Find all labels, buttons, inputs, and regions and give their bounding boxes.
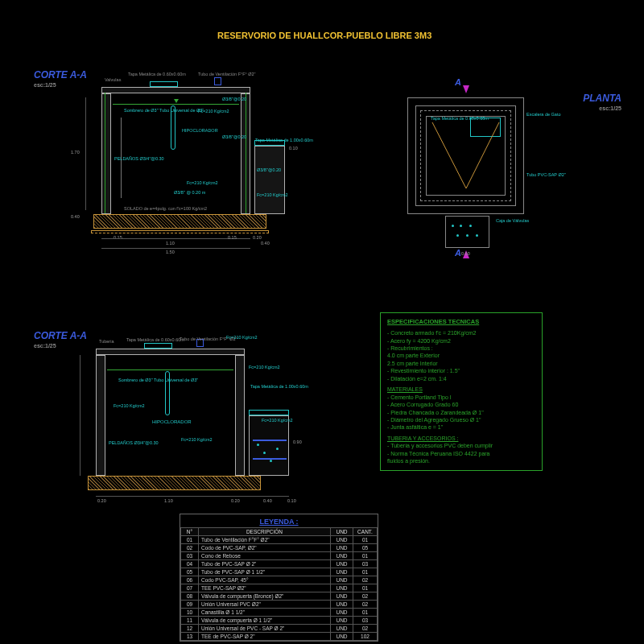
table-cell: 02 [181, 544, 199, 552]
spec-line-b2: - Piedra Chancada o Zarandeada Ø 1" [387, 409, 535, 416]
c2-tapab: Tapa Metálica de 1.00x0.60m [250, 384, 308, 389]
spec-line-a3: 4.0 cm parte Exterior [387, 352, 535, 359]
table-cell: UND [331, 592, 353, 601]
c2-fc-a: Fc=210 Kg/cm2 [226, 335, 258, 340]
c2-roof [96, 349, 245, 355]
dim-0-20: 0.20 [253, 235, 262, 240]
table-cell: UND [331, 617, 353, 625]
table-cell: UND [331, 625, 353, 633]
ann-rebA: Ø3/8"@0.20 [222, 97, 246, 101]
valve-box [254, 146, 285, 214]
table-cell: UND [331, 552, 353, 560]
table-cell: 05 [353, 544, 378, 552]
c2-dimE: 0.10 [287, 498, 296, 503]
table-cell: Unión Universal PVC Ø2" [199, 601, 331, 609]
c2-d2 [263, 452, 266, 454]
table-cell: 11 [181, 617, 199, 625]
svg-line-0 [432, 122, 466, 188]
dim-1-70: 1.70 [71, 150, 80, 155]
ann-rebB: Ø3/8"@0.20 [222, 134, 246, 139]
c2-pipe2 [253, 458, 287, 460]
c2-fc-d: Fc=210 Kg/cm2 [181, 437, 213, 442]
dim-0-15l: 0.15 [114, 235, 122, 240]
table-cell: UND [331, 568, 353, 576]
sectA-top: A [455, 77, 461, 87]
roof-slab [101, 87, 250, 93]
c2-tapa-lbl: Tapa Metálica de 0.60x0.60m [126, 337, 184, 342]
dim-0-15r: 0.15 [228, 235, 237, 240]
legend-box: LEYENDA : N° DESCRIPCIÓN UND CANT. 01Tub… [180, 514, 378, 642]
spec-line-b3: - Diámetro del Agregado Grueso Ø 1" [387, 416, 535, 423]
table-row: 02Codo de PVC-SAP, Ø2"UND05 [181, 544, 378, 552]
c2-valve-lid [249, 410, 289, 415]
ann-tapab: Tapa Metálica de 1.00x0.60m [255, 138, 313, 142]
table-cell: TEE de PVC-SAP Ø 2" [199, 633, 331, 641]
table-cell: 01 [353, 536, 378, 544]
spec-line-c2: fluidos a presión. [387, 457, 535, 464]
table-cell: 02 [353, 601, 378, 609]
ann-valv: Valvulas [105, 77, 121, 82]
table-row: 01Tubo de Ventilación F°F° Ø2"UND01 [181, 536, 378, 544]
spec-line-a2: - Recubrimientos : [387, 345, 535, 352]
pl-ann-tapa: Tapa Metálica de 0.60x0.60m [431, 116, 489, 121]
table-cell: 01 [353, 552, 378, 560]
spec-line-b0: - Cemento Portland Tipo I [387, 394, 535, 401]
left-wall [101, 93, 111, 214]
spec-line-a0: - Concreto armado f'c = 210Kg/cm2 [387, 329, 535, 336]
pl-dot4 [456, 234, 459, 237]
c2-pipe1 [253, 440, 287, 441]
svg-line-1 [466, 122, 499, 188]
c2-tuberia: Tuberia [99, 339, 114, 344]
table-cell: 03 [353, 560, 378, 568]
table-cell: Canastilla Ø 1 1/2" [199, 609, 331, 617]
spec-line-a5: - Revestimiento interior : 1.5" [387, 367, 535, 374]
table-cell: 02 [353, 625, 378, 633]
table-cell: 01 [181, 536, 199, 544]
table-row: 11Válvula de compuerta Ø 1 1/2"UND03 [181, 617, 378, 625]
legend-th-und: UND [331, 528, 353, 536]
dim-1-50: 1.50 [166, 250, 175, 254]
table-cell: Unión Universal de PVC - SAP Ø 2" [199, 625, 331, 633]
dim-0-40: 0.40 [71, 214, 80, 219]
c2-peld: PELDAÑOS Ø3/4"@0.30 [109, 440, 159, 445]
view-planta-title: PLANTA esc:1/25 [583, 93, 621, 111]
table-cell: UND [331, 601, 353, 609]
pl-dot6 [476, 234, 478, 237]
corte2-name: CORTE A-A [34, 330, 87, 341]
c2-lw [96, 355, 105, 476]
spec-line-a4: 2.5 cm parte Interior [387, 360, 535, 367]
table-cell: UND [331, 584, 353, 592]
c2-d4 [276, 448, 279, 450]
table-row: 09Unión Universal PVC Ø2"UND02 [181, 601, 378, 609]
view-corte2-title: CORTE A-A esc:1/25 [34, 330, 87, 349]
table-cell: Tubo de Ventilación F°F° Ø2" [199, 536, 331, 544]
legend-th-cant: CANT. [353, 528, 378, 536]
ann-peldanos1: PELDAÑOS Ø3/4"@0.30 [114, 156, 164, 161]
table-cell: 06 [181, 576, 199, 584]
table-row: 08Válvula de compuerta (Bronce) Ø2"UND02 [181, 592, 378, 601]
section-arrow-top-icon [463, 85, 469, 93]
table-row: 13TEE de PVC-SAP Ø 2"UND102 [181, 633, 378, 641]
table-cell: 07 [181, 584, 199, 592]
corte1-scale: esc:1/25 [34, 82, 87, 88]
spec-line-b4: - Junta asfáltica e = 1" [387, 423, 535, 431]
spec-sub-mat: MATERIALES [387, 386, 535, 393]
table-row: 12Unión Universal de PVC - SAP Ø 2"UND02 [181, 625, 378, 633]
table-row: 06Codo PVC-SAP, 45°UND02 [181, 576, 378, 584]
drawing-title: RESERVORIO DE HUALLCOR-PUEBLO LIBRE 3M3 [217, 31, 431, 40]
rebar-l [105, 93, 105, 213]
table-row: 03Cono de ReboseUND01 [181, 552, 378, 560]
legend-th-desc: DESCRIPCIÓN [199, 528, 331, 536]
legend-title: LEYENDA : [180, 514, 378, 527]
dim-1-10: 1.10 [166, 241, 175, 246]
pl-dim-060: 0.60 [461, 251, 470, 256]
ann-tubo-vent: Tubo de Ventilación F°F° Ø2" [198, 72, 256, 76]
table-cell: Codo de PVC-SAP, Ø2" [199, 544, 331, 552]
table-cell: Tubo de PVC-SAP Ø 1 1/2" [199, 568, 331, 576]
spec-line-a1: - Acero fy = 4200 Kg/cm2 [387, 337, 535, 345]
c2-dim-090: 0.90 [293, 440, 302, 444]
c2-dimB: 1.10 [164, 498, 173, 503]
c2-tapa [144, 343, 172, 349]
table-row: 05Tubo de PVC-SAP Ø 1 1/2"UND01 [181, 568, 378, 576]
table-cell: 12 [181, 625, 199, 633]
